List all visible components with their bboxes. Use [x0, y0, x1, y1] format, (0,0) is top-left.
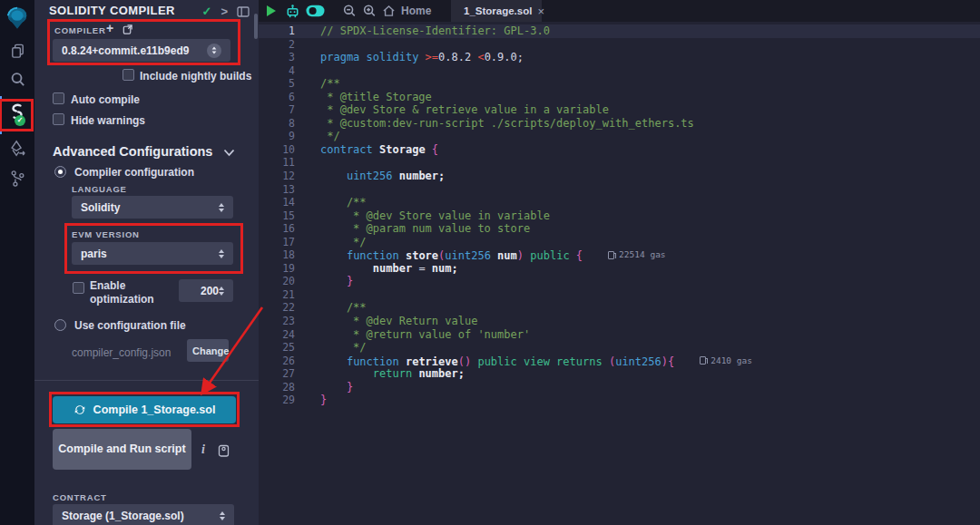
clipboard-icon[interactable]	[218, 443, 230, 457]
ai-copilot-toggle[interactable]	[306, 0, 325, 22]
auto-compile-checkbox[interactable]	[53, 92, 64, 104]
line-number[interactable]: 2	[259, 38, 295, 52]
sidebar-item-search[interactable]	[0, 69, 34, 89]
split-panel-icon[interactable]	[237, 6, 250, 17]
plus-icon[interactable]: +	[106, 21, 113, 35]
code-line[interactable]: * @title Storage	[320, 91, 752, 104]
line-number[interactable]: 12	[259, 170, 295, 183]
code-line[interactable]	[320, 64, 752, 78]
line-number[interactable]: 24	[259, 328, 295, 342]
code-line[interactable]: */	[320, 236, 752, 249]
compiler-configuration-radio[interactable]	[54, 166, 66, 178]
chevron-right-icon[interactable]: >	[220, 5, 228, 18]
line-number[interactable]: 15	[259, 209, 295, 223]
code-line[interactable]: function retrieve() public view returns …	[320, 355, 752, 368]
line-number[interactable]: 1	[259, 24, 295, 38]
code-line[interactable]: }	[320, 394, 752, 407]
evm-version-select[interactable]: paris	[72, 242, 233, 265]
code-token: num;	[432, 262, 458, 275]
tab-storage-sol[interactable]: 1_Storage.sol ×	[451, 0, 542, 22]
tab-home[interactable]: Home	[382, 0, 431, 22]
compiler-version-select[interactable]: 0.8.24+commit.e11b9ed9	[53, 39, 230, 62]
code-line[interactable]: // SPDX-License-Identifier: GPL-3.0	[320, 24, 752, 38]
line-number-gutter[interactable]: 1234567891011121314151617181920212223242…	[259, 24, 308, 407]
line-number[interactable]: 7	[259, 103, 295, 117]
code-content[interactable]: // SPDX-License-Identifier: GPL-3.0pragm…	[320, 24, 752, 407]
enable-optimization-checkbox[interactable]	[73, 282, 84, 294]
code-line[interactable]: pragma solidity >=0.8.2 <0.9.0;	[320, 51, 752, 64]
line-number[interactable]: 19	[259, 262, 295, 276]
code-line[interactable]: */	[320, 341, 752, 355]
code-line[interactable]: /**	[320, 77, 752, 91]
code-line[interactable]: * @return value of 'number'	[320, 328, 752, 342]
use-config-file-radio[interactable]	[54, 319, 66, 331]
change-config-button[interactable]: Change	[187, 339, 229, 362]
line-number[interactable]: 17	[259, 236, 295, 249]
code-line[interactable]: }	[320, 275, 752, 288]
nightly-builds-checkbox[interactable]	[122, 69, 134, 81]
line-number[interactable]: 27	[259, 367, 295, 381]
line-number[interactable]: 29	[259, 394, 295, 407]
compile-button[interactable]: Compile 1_Storage.sol	[53, 396, 236, 423]
code-line[interactable]: function store(uint256 num) public {2251…	[320, 248, 752, 262]
line-number[interactable]: 4	[259, 64, 295, 78]
info-icon[interactable]: i	[201, 442, 205, 457]
line-number[interactable]: 28	[259, 381, 295, 394]
code-line[interactable]: }	[320, 381, 752, 394]
code-line[interactable]: contract Storage {	[320, 143, 752, 157]
line-number[interactable]: 10	[259, 143, 295, 157]
line-number[interactable]: 23	[259, 315, 295, 328]
code-line[interactable]: * @dev Store & retrieve value in a varia…	[320, 103, 752, 117]
line-number[interactable]: 18	[259, 248, 295, 262]
code-line[interactable]: /**	[320, 301, 752, 315]
language-select[interactable]: Solidity	[72, 196, 233, 219]
compile-and-run-button[interactable]: Compile and Run script	[53, 429, 191, 470]
sidebar-item-git[interactable]	[0, 168, 34, 190]
code-line[interactable]: * @dev Store value in variable	[320, 209, 752, 223]
code-line[interactable]: */	[320, 130, 752, 143]
line-number[interactable]: 6	[259, 91, 295, 104]
code-editor[interactable]: 1234567891011121314151617181920212223242…	[259, 22, 980, 525]
code-line[interactable]	[320, 156, 752, 170]
sidebar-item-deploy-run[interactable]	[0, 138, 34, 160]
zoom-in-button[interactable]	[362, 0, 377, 22]
code-line[interactable]	[320, 38, 752, 52]
line-number[interactable]: 5	[259, 77, 295, 91]
sidebar-item-file-explorer[interactable]	[0, 41, 34, 61]
line-number[interactable]: 13	[259, 183, 295, 197]
code-line[interactable]: uint256 number;	[320, 170, 752, 183]
line-number[interactable]: 3	[259, 51, 295, 64]
line-number[interactable]: 14	[259, 196, 295, 209]
line-number[interactable]: 26	[259, 355, 295, 368]
code-line[interactable]: * @param num value to store	[320, 222, 752, 236]
code-line[interactable]: /**	[320, 196, 752, 209]
code-line[interactable]: return number;	[320, 367, 752, 381]
contract-select[interactable]: Storage (1_Storage.sol)	[53, 504, 234, 525]
code-line[interactable]: * @custom:dev-run-script ./scripts/deplo…	[320, 117, 752, 131]
hide-warnings-checkbox[interactable]	[53, 113, 64, 125]
open-file-icon[interactable]	[122, 24, 133, 35]
code-token: ){	[662, 355, 674, 367]
line-number[interactable]: 25	[259, 341, 295, 355]
sidebar-item-solidity-compiler[interactable]: ✓	[0, 98, 34, 125]
advanced-configurations-title[interactable]: Advanced Configurations	[53, 144, 212, 159]
code-line[interactable]: number = num;	[320, 262, 752, 276]
line-number[interactable]: 20	[259, 275, 295, 288]
code-line[interactable]	[320, 288, 752, 302]
run-script-button[interactable]	[267, 0, 276, 22]
optimization-runs-input[interactable]: 200	[179, 279, 233, 302]
line-number[interactable]: 21	[259, 288, 295, 302]
close-icon[interactable]: ×	[537, 5, 544, 17]
panel-scrollbar[interactable]	[254, 14, 258, 39]
line-number[interactable]: 9	[259, 130, 295, 143]
remix-ai-button[interactable]	[284, 0, 301, 22]
code-line[interactable]	[320, 183, 752, 197]
line-number[interactable]: 8	[259, 117, 295, 131]
line-number[interactable]: 22	[259, 301, 295, 315]
chevron-down-icon[interactable]	[223, 149, 235, 157]
line-number[interactable]: 11	[259, 156, 295, 170]
remix-logo[interactable]	[0, 4, 34, 31]
line-number[interactable]: 16	[259, 222, 295, 236]
zoom-out-button[interactable]	[342, 0, 357, 22]
code-line[interactable]: * @dev Return value	[320, 315, 752, 328]
